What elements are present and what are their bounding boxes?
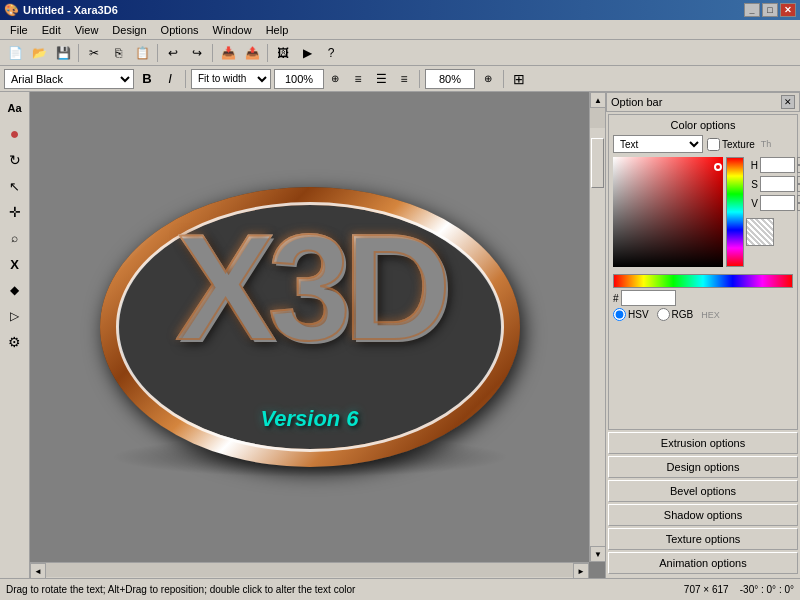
rgb-radio-label[interactable]: RGB	[657, 308, 694, 321]
vertical-scrollbar[interactable]: ▲ ▼	[589, 92, 605, 562]
design-options-button[interactable]: Design options	[608, 456, 798, 478]
font-dropdown[interactable]: Arial Black Impact Times New Roman	[4, 69, 134, 89]
texture-label: Texture	[722, 139, 755, 150]
hex-color-input[interactable]	[621, 290, 676, 306]
panel-close-button[interactable]: ✕	[781, 95, 795, 109]
animation-options-button[interactable]: Animation options	[608, 552, 798, 574]
italic-button[interactable]: I	[160, 69, 180, 89]
scroll-thumb[interactable]	[591, 138, 604, 188]
h-label: H	[746, 160, 758, 171]
scroll-track[interactable]	[590, 108, 605, 128]
open-button[interactable]: 📂	[28, 42, 50, 64]
new-button[interactable]: 📄	[4, 42, 26, 64]
titlebar-title: 🎨 Untitled - Xara3D6	[4, 3, 118, 17]
menu-file[interactable]: File	[4, 22, 34, 38]
color-mode-row: HSV RGB HEX	[613, 308, 793, 321]
color-picker-main: H ▲ ▼ S ▲ ▼	[613, 157, 793, 272]
redo-button[interactable]: ↪	[186, 42, 208, 64]
bevel-options-button[interactable]: Bevel options	[608, 480, 798, 502]
color-gradient[interactable]	[613, 157, 723, 267]
rotate-tool-button[interactable]: ↻	[3, 148, 27, 172]
fullscreen-button[interactable]: ⊞	[509, 69, 529, 89]
color-tool-button[interactable]: ●	[3, 122, 27, 146]
toolbar2-sep	[185, 70, 186, 88]
zoom-level[interactable]: 100%	[274, 69, 324, 89]
h-row: H ▲ ▼	[746, 157, 800, 173]
hex-label: HEX	[701, 310, 720, 320]
menu-design[interactable]: Design	[106, 22, 152, 38]
align-right-button[interactable]: ≡	[394, 69, 414, 89]
render-button[interactable]: 🖼	[272, 42, 294, 64]
copy-button[interactable]: ⎘	[107, 42, 129, 64]
hue-bar[interactable]	[726, 157, 744, 267]
statusbar: Drag to rotate the text; Alt+Drag to rep…	[0, 578, 800, 600]
color-band[interactable]	[613, 274, 793, 288]
horizontal-scrollbar[interactable]: ◄ ►	[30, 562, 589, 578]
align-left-button[interactable]: ≡	[348, 69, 368, 89]
texture-checkbox[interactable]	[707, 138, 720, 151]
align-center-button[interactable]: ☰	[371, 69, 391, 89]
canvas-content: X3D Version 6	[30, 92, 589, 562]
bold-button[interactable]: B	[137, 69, 157, 89]
scroll-left-button[interactable]: ◄	[30, 563, 46, 578]
color-gradient-cursor	[714, 163, 722, 171]
gear-tool-button[interactable]: ⚙	[3, 330, 27, 354]
import-button[interactable]: 📥	[217, 42, 239, 64]
scroll-down-button[interactable]: ▼	[590, 546, 605, 562]
zoom-in-button[interactable]: ⊕	[325, 69, 345, 89]
help-button[interactable]: ?	[320, 42, 342, 64]
zoom80-btn[interactable]: ⊕	[478, 69, 498, 89]
s-row: S ▲ ▼	[746, 176, 800, 192]
undo-button[interactable]: ↩	[162, 42, 184, 64]
paste-button[interactable]: 📋	[131, 42, 153, 64]
toolbar-separator	[78, 44, 79, 62]
v-input[interactable]	[760, 195, 795, 211]
hsv-radio[interactable]	[613, 308, 626, 321]
toolbar2-sep2	[419, 70, 420, 88]
save-button[interactable]: 💾	[52, 42, 74, 64]
toolbar1: 📄 📂 💾 ✂ ⎘ 📋 ↩ ↪ 📥 📤 🖼 ▶ ?	[0, 40, 800, 66]
toolbar2-sep3	[503, 70, 504, 88]
shape-tool-button[interactable]: ◆	[3, 278, 27, 302]
anim-tool-button[interactable]: ▷	[3, 304, 27, 328]
preview-button[interactable]: ▶	[296, 42, 318, 64]
extrusion-options-button[interactable]: Extrusion options	[608, 432, 798, 454]
h-input[interactable]	[760, 157, 795, 173]
menu-edit[interactable]: Edit	[36, 22, 67, 38]
s-label: S	[746, 179, 758, 190]
v-row: V ▲ ▼	[746, 195, 800, 211]
texture-preview	[746, 218, 774, 246]
maximize-button[interactable]: □	[762, 3, 778, 17]
menu-help[interactable]: Help	[260, 22, 295, 38]
shadow-options-button[interactable]: Shadow options	[608, 504, 798, 526]
move-tool-button[interactable]: ✛	[3, 200, 27, 224]
scroll-up-button[interactable]: ▲	[590, 92, 605, 108]
options-buttons-section: Extrusion options Design options Bevel o…	[606, 432, 800, 578]
texture-options-button[interactable]: Texture options	[608, 528, 798, 550]
v-label: V	[746, 198, 758, 209]
zoom-80: 80%	[425, 69, 475, 89]
zoom-tool-button[interactable]: ⌕	[3, 226, 27, 250]
version-text: Version 6	[260, 406, 358, 432]
s-input[interactable]	[760, 176, 795, 192]
cut-button[interactable]: ✂	[83, 42, 105, 64]
menu-options[interactable]: Options	[155, 22, 205, 38]
text-tool-button[interactable]: Aa	[3, 96, 27, 120]
hsv-radio-label[interactable]: HSV	[613, 308, 649, 321]
menu-view[interactable]: View	[69, 22, 105, 38]
canvas-area[interactable]: X3D Version 6 ▲ ▼ ◄ ►	[30, 92, 605, 578]
select-tool-button[interactable]: ↖	[3, 174, 27, 198]
close-button[interactable]: ✕	[780, 3, 796, 17]
th-label: Th	[761, 139, 772, 149]
menu-window[interactable]: Window	[207, 22, 258, 38]
rgb-label: RGB	[672, 309, 694, 320]
text-type-dropdown[interactable]: Text Extrusion Bevel	[613, 135, 703, 153]
fit-to-width-dropdown[interactable]: Fit to width Fit to window Custom	[191, 69, 271, 89]
export-button[interactable]: 📤	[241, 42, 263, 64]
logo-container: X3D Version 6	[90, 167, 530, 487]
scroll-right-button[interactable]: ►	[573, 563, 589, 578]
option-bar-header: Option bar ✕	[606, 92, 800, 112]
minimize-button[interactable]: _	[744, 3, 760, 17]
rgb-radio[interactable]	[657, 308, 670, 321]
x-tool-button[interactable]: X	[3, 252, 27, 276]
